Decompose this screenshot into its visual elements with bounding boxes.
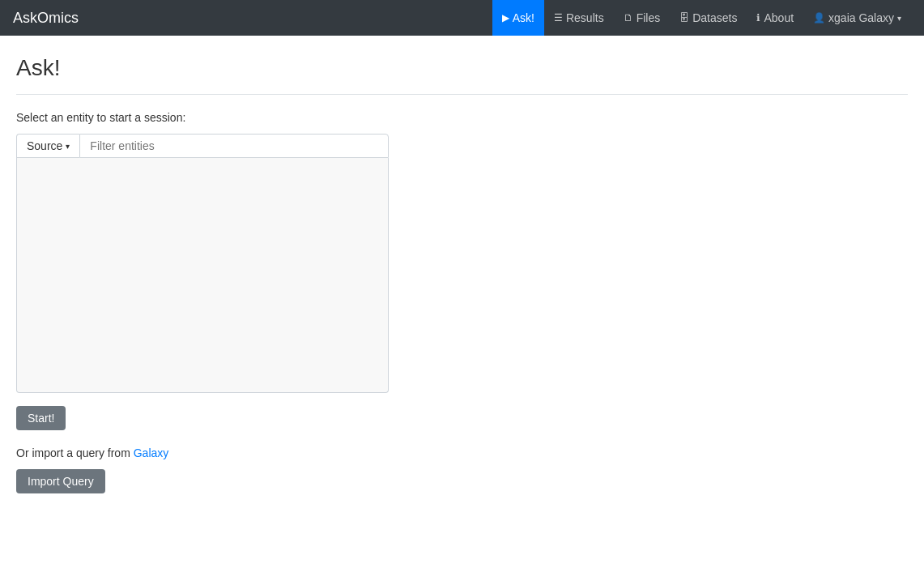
nav-results-label: Results	[566, 11, 604, 24]
app-brand[interactable]: AskOmics	[13, 10, 79, 27]
start-button[interactable]: Start!	[16, 406, 66, 430]
main-content: Ask! Select an entity to start a session…	[0, 36, 924, 513]
results-icon: ☰	[554, 12, 563, 23]
nav-files-label: Files	[637, 11, 661, 24]
navbar: AskOmics ▶ Ask! ☰ Results 🗋 Files 🗄 Data…	[0, 0, 924, 36]
page-title: Ask!	[16, 55, 908, 81]
user-dropdown-icon: ▾	[897, 14, 901, 23]
source-dropdown-arrow: ▾	[66, 142, 70, 151]
nav-datasets-label: Datasets	[692, 11, 737, 24]
files-icon: 🗋	[624, 12, 633, 23]
page-divider	[16, 94, 908, 95]
import-text: Or import a query from Galaxy	[16, 446, 908, 459]
nav-links: ▶ Ask! ☰ Results 🗋 Files 🗄 Datasets ℹ	[492, 0, 911, 36]
nav-user-label: xgaia Galaxy	[828, 11, 894, 24]
nav-link-user[interactable]: 👤 xgaia Galaxy ▾	[803, 0, 911, 36]
nav-item-user: 👤 xgaia Galaxy ▾	[803, 0, 911, 36]
datasets-icon: 🗄	[679, 12, 689, 23]
entity-list-box[interactable]	[16, 158, 389, 393]
import-query-button[interactable]: Import Query	[16, 469, 105, 493]
nav-item-ask: ▶ Ask!	[492, 0, 544, 36]
nav-link-ask[interactable]: ▶ Ask!	[492, 0, 544, 36]
nav-ask-label: Ask!	[513, 11, 534, 24]
nav-item-about: ℹ About	[747, 0, 803, 36]
nav-link-files[interactable]: 🗋 Files	[614, 0, 671, 36]
entity-selector-row: Source ▾	[16, 134, 389, 158]
source-label: Source	[27, 139, 62, 152]
nav-link-results[interactable]: ☰ Results	[544, 0, 614, 36]
nav-about-label: About	[764, 11, 794, 24]
user-icon: 👤	[813, 12, 825, 23]
nav-item-datasets: 🗄 Datasets	[670, 0, 747, 36]
filter-entities-input[interactable]	[79, 134, 389, 158]
about-icon: ℹ	[756, 12, 760, 23]
nav-link-about[interactable]: ℹ About	[747, 0, 803, 36]
source-dropdown[interactable]: Source ▾	[16, 134, 79, 158]
ask-icon: ▶	[502, 12, 509, 23]
galaxy-link[interactable]: Galaxy	[134, 446, 169, 459]
nav-item-files: 🗋 Files	[614, 0, 671, 36]
import-text-before: Or import a query from	[16, 446, 130, 459]
nav-link-datasets[interactable]: 🗄 Datasets	[670, 0, 747, 36]
nav-item-results: ☰ Results	[544, 0, 614, 36]
select-label: Select an entity to start a session:	[16, 111, 908, 124]
